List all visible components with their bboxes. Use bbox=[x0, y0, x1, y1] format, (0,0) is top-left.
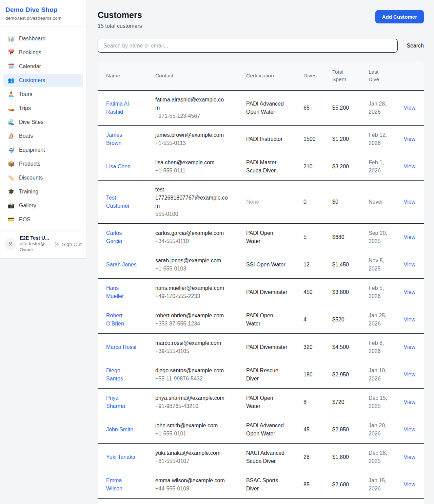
customer-phone: +91-98765-43210 bbox=[155, 402, 228, 410]
sidebar-item-trips[interactable]: 🚤 Trips bbox=[3, 101, 83, 115]
sidebar-item-pos[interactable]: 💳 POS bbox=[3, 213, 83, 226]
sidebar-item-label: POS bbox=[19, 217, 31, 223]
page-header: Customers 15 total customers Add Custome… bbox=[98, 10, 424, 29]
main-content: Customers 15 total customers Add Custome… bbox=[87, 0, 434, 504]
brand-block: Demo Dive Shop demo.test.divestreams.com bbox=[0, 0, 86, 26]
customer-dives: 450 bbox=[303, 288, 332, 296]
table-row: Fatima Al-Rashid fatima.alrashid@example… bbox=[98, 91, 424, 126]
customer-email: sarah.jones@example.com bbox=[155, 257, 228, 265]
customer-certification: BSAC Sports Diver bbox=[246, 477, 288, 493]
customer-email: test-1772681807767@example.com bbox=[155, 186, 228, 210]
sidebar-item-dive-sites[interactable]: 🌊 Dive Sites bbox=[3, 115, 83, 129]
customer-name-link[interactable]: Marco Rossi bbox=[106, 343, 136, 351]
customer-last-dive: Feb 12, 2026 bbox=[369, 131, 390, 147]
customer-last-dive: Feb 1, 2026 bbox=[369, 158, 390, 175]
customer-name-link[interactable]: James Brown bbox=[106, 131, 137, 147]
sidebar-item-label: Dashboard bbox=[19, 36, 45, 42]
view-link[interactable]: View bbox=[404, 262, 415, 267]
view-link[interactable]: View bbox=[404, 344, 415, 350]
customer-phone: +1-555-0103 bbox=[155, 265, 228, 273]
sidebar-item-label: Calendar bbox=[19, 63, 41, 70]
graduation-cap-icon: 🎓 bbox=[8, 188, 15, 195]
search-button[interactable]: Search bbox=[398, 43, 424, 49]
view-link[interactable]: View bbox=[404, 454, 415, 460]
customer-total-spent: $3,200 bbox=[332, 163, 369, 171]
view-link[interactable]: View bbox=[404, 234, 415, 240]
view-link[interactable]: View bbox=[404, 289, 415, 295]
sidebar-item-tours[interactable]: 🏝️ Tours bbox=[3, 88, 83, 101]
add-customer-button[interactable]: Add Customer bbox=[375, 10, 424, 23]
customer-name-link[interactable]: Lisa Chen bbox=[106, 163, 131, 171]
view-link[interactable]: View bbox=[404, 372, 415, 377]
view-link[interactable]: View bbox=[404, 136, 415, 142]
user-info: E2E Test U... e2e-tester@... Owner bbox=[20, 235, 51, 253]
credit-card-icon: 💳 bbox=[8, 216, 15, 223]
bar-chart-icon: 📊 bbox=[8, 35, 15, 42]
customer-email: yuki.tanaka@example.com bbox=[155, 449, 228, 457]
customer-total-spent: $2,950 bbox=[332, 371, 369, 379]
customer-phone: +44-555-0108 bbox=[155, 485, 228, 493]
customer-certification: PADI Master Scuba Diver bbox=[246, 158, 288, 175]
sidebar-item-bookings[interactable]: 📅 Bookings bbox=[3, 46, 83, 59]
user-name: E2E Test U... bbox=[20, 235, 51, 241]
customer-email: diego.santos@example.com bbox=[155, 367, 228, 375]
customer-name-link[interactable]: Sarah Jones bbox=[106, 261, 137, 269]
sidebar-item-dashboard[interactable]: 📊 Dashboard bbox=[3, 32, 83, 45]
table-row: Keiko Yamamoto keiko.yamamoto@example.co… bbox=[98, 499, 424, 504]
customer-email: hans.mueller@example.com bbox=[155, 284, 228, 292]
user-footer: E2E Test U... e2e-tester@... Owner Sign … bbox=[0, 230, 86, 258]
view-link[interactable]: View bbox=[404, 105, 415, 111]
view-link[interactable]: View bbox=[404, 199, 415, 205]
sidebar-item-label: Products bbox=[19, 161, 40, 167]
sidebar-item-training[interactable]: 🎓 Training bbox=[3, 185, 83, 198]
customer-name-link[interactable]: Hans Mueller bbox=[106, 284, 137, 300]
customer-phone: +1-555-0113 bbox=[155, 139, 228, 147]
customer-name-link[interactable]: Carlos Garcia bbox=[106, 229, 137, 245]
customer-last-dive: Jan 28, 2026 bbox=[369, 100, 390, 116]
sidebar-item-equipment[interactable]: 🤿 Equipment bbox=[3, 143, 83, 156]
customer-name-link[interactable]: Yuki Tanaka bbox=[106, 453, 135, 461]
customer-name-link[interactable]: Priya Sharma bbox=[106, 394, 137, 410]
customer-total-spent: $1,450 bbox=[332, 261, 369, 269]
sidebar-item-products[interactable]: 📦 Products bbox=[3, 157, 83, 170]
customer-last-dive: Never bbox=[369, 198, 390, 206]
sidebar-item-discounts[interactable]: 🏷️ Discounts bbox=[3, 171, 83, 184]
view-link[interactable]: View bbox=[404, 399, 415, 405]
sidebar-item-boats[interactable]: ⛵ Boats bbox=[3, 129, 83, 143]
view-link[interactable]: View bbox=[404, 427, 415, 432]
customer-name-link[interactable]: Emma Wilson bbox=[106, 477, 137, 493]
sidebar-item-customers[interactable]: 👥 Customers bbox=[3, 74, 83, 87]
customer-name-link[interactable]: John Smith bbox=[106, 426, 133, 434]
customer-name-link[interactable]: Test Customer bbox=[106, 194, 137, 210]
sidebar-item-label: Dive Sites bbox=[19, 119, 43, 125]
customer-dives: 45 bbox=[303, 426, 332, 434]
view-link[interactable]: View bbox=[404, 164, 415, 169]
customer-email: james.brown@example.com bbox=[155, 131, 228, 139]
customer-name-link[interactable]: Diego Santos bbox=[106, 367, 137, 383]
view-link[interactable]: View bbox=[404, 482, 415, 487]
sign-out-button[interactable]: Sign Out bbox=[54, 241, 82, 247]
customer-total-spent: $1,800 bbox=[332, 453, 369, 461]
logout-icon bbox=[54, 241, 60, 247]
column-header-certification: Certification bbox=[246, 65, 303, 86]
wave-icon: 🌊 bbox=[8, 119, 15, 125]
customer-last-dive: Jan 25, 2026 bbox=[369, 312, 390, 328]
column-header-contact: Contact bbox=[155, 65, 246, 86]
customer-name-link[interactable]: Fatima Al-Rashid bbox=[106, 100, 137, 116]
customer-name-link[interactable]: Robert O'Brien bbox=[106, 312, 137, 328]
customer-last-dive: Feb 8, 2026 bbox=[369, 339, 390, 355]
search-input[interactable] bbox=[98, 39, 398, 53]
view-link[interactable]: View bbox=[404, 317, 415, 322]
table-row: Priya Sharma priya.sharma@example.com +9… bbox=[98, 389, 424, 416]
page-title: Customers bbox=[98, 10, 142, 20]
sidebar-item-gallery[interactable]: 📸 Gallery bbox=[3, 199, 83, 212]
customer-dives: 210 bbox=[303, 163, 332, 171]
table-row: Hans Mueller hans.mueller@example.com +4… bbox=[98, 279, 424, 306]
tag-icon: 🏷️ bbox=[8, 174, 15, 181]
spiral-calendar-icon: 🗓️ bbox=[8, 63, 15, 70]
sidebar-item-calendar[interactable]: 🗓️ Calendar bbox=[3, 60, 83, 73]
sidebar-item-label: Discounts bbox=[19, 175, 43, 181]
customer-phone: +39-555-0105 bbox=[155, 347, 228, 355]
sidebar: Demo Dive Shop demo.test.divestreams.com… bbox=[0, 0, 87, 259]
customer-phone: +353-87-555-1234 bbox=[155, 320, 228, 328]
